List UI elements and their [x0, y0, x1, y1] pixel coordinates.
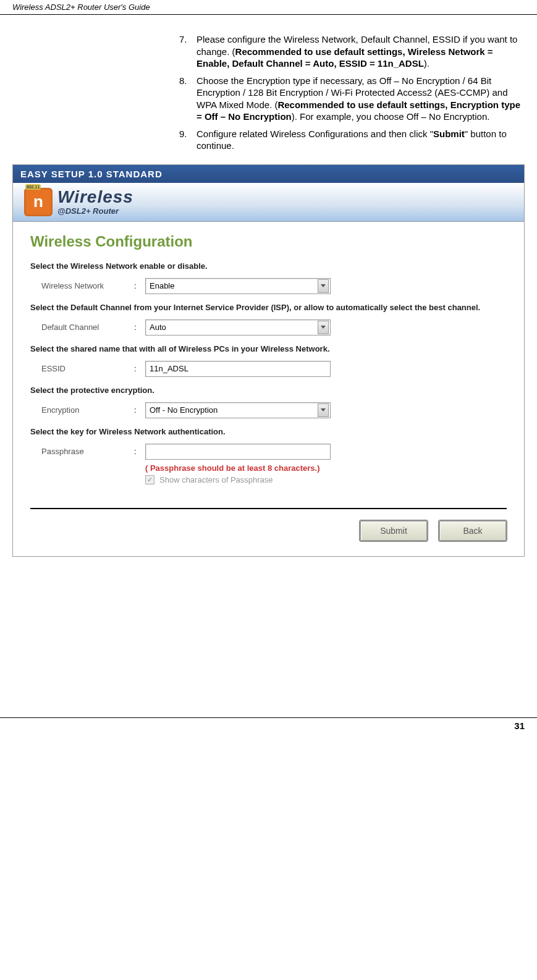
colon: :	[134, 281, 145, 290]
checkbox-show-chars[interactable]: ✓	[145, 475, 154, 484]
colon: :	[134, 364, 145, 373]
item-text: Configure related Wireless Configuration…	[197, 128, 525, 152]
input-essid[interactable]: 11n_ADSL	[145, 361, 331, 377]
prompt-encryption: Select the protective encryption.	[30, 386, 507, 395]
row-show-chars: ✓ Show characters of Passphrase	[145, 475, 507, 484]
guide-title: Wireless ADSL2+ Router User's Guide	[12, 2, 150, 12]
instruction-item: 7. Please configure the Wireless Network…	[179, 33, 525, 70]
row-default-channel: Default Channel : Auto	[41, 319, 507, 336]
logo-wireless: Wireless	[57, 188, 133, 206]
select-encryption[interactable]: Off - No Encryption	[145, 402, 331, 418]
colon: :	[134, 323, 145, 332]
section-title: Wireless Configuration	[30, 233, 507, 250]
warn-passphrase: ( Passphrase should be at least 8 charac…	[145, 463, 507, 473]
label-wireless-network: Wireless Network	[41, 281, 134, 290]
chevron-down-icon[interactable]	[318, 403, 329, 417]
window-title-bar: EASY SETUP 1.0 STANDARD	[13, 165, 524, 183]
label-passphrase: Passphrase	[41, 447, 134, 456]
row-encryption: Encryption : Off - No Encryption	[41, 402, 507, 418]
app-body: 802.11 n Wireless @DSL2+ Router Wireless…	[13, 183, 524, 556]
input-value: 11n_ADSL	[150, 364, 188, 373]
back-button[interactable]: Back	[439, 520, 507, 541]
input-passphrase[interactable]	[145, 444, 331, 460]
chevron-down-icon[interactable]	[318, 321, 329, 334]
content-area: 7. Please configure the Wireless Network…	[0, 15, 537, 557]
select-value: Enable	[150, 281, 174, 290]
instructions-list: 7. Please configure the Wireless Network…	[179, 33, 525, 152]
label-encryption: Encryption	[41, 405, 134, 415]
row-wireless-network: Wireless Network : Enable	[41, 278, 507, 294]
submit-button[interactable]: Submit	[360, 520, 428, 541]
label-essid: ESSID	[41, 364, 134, 373]
config-section: Wireless Configuration Select the Wirele…	[13, 222, 524, 489]
item-text: Please configure the Wireless Network, D…	[197, 33, 525, 70]
prompt-essid: Select the shared name that with all of …	[30, 344, 507, 353]
logo-badge: 802.11	[25, 184, 41, 190]
row-passphrase: Passphrase :	[41, 444, 507, 460]
label-default-channel: Default Channel	[41, 323, 134, 332]
select-wireless-network[interactable]: Enable	[145, 278, 331, 294]
app-screenshot: EASY SETUP 1.0 STANDARD 802.11 n Wireles…	[12, 164, 525, 557]
window-title: EASY SETUP 1.0 STANDARD	[20, 169, 163, 179]
colon: :	[134, 405, 145, 415]
page-header: Wireless ADSL2+ Router User's Guide	[0, 0, 537, 15]
logo-text: Wireless @DSL2+ Router	[57, 188, 133, 215]
select-value: Auto	[150, 323, 166, 332]
instruction-item: 9. Configure related Wireless Configurat…	[179, 128, 525, 152]
colon: :	[134, 447, 145, 456]
logo-band: 802.11 n Wireless @DSL2+ Router	[13, 183, 524, 222]
label-show-chars: Show characters of Passphrase	[159, 475, 273, 484]
select-default-channel[interactable]: Auto	[145, 319, 331, 336]
prompt-channel: Select the Default Channel from your Int…	[30, 303, 507, 312]
logo-sub: @DSL2+ Router	[57, 207, 133, 215]
chevron-down-icon[interactable]	[318, 279, 329, 293]
button-bar: Submit Back	[30, 508, 507, 556]
select-value: Off - No Encryption	[150, 405, 218, 415]
instruction-item: 8. Choose the Encryption type if necessa…	[179, 75, 525, 123]
logo: 802.11 n Wireless @DSL2+ Router	[24, 188, 513, 216]
item-number: 7.	[179, 33, 197, 70]
logo-n-icon: 802.11 n	[24, 188, 53, 216]
prompt-key: Select the key for Wireless Network auth…	[30, 427, 507, 436]
row-essid: ESSID : 11n_ADSL	[41, 361, 507, 377]
item-text: Choose the Encryption type if necessary,…	[197, 75, 525, 123]
item-number: 9.	[179, 128, 197, 152]
item-number: 8.	[179, 75, 197, 123]
page-number: 31	[0, 717, 537, 738]
prompt-network: Select the Wireless Network enable or di…	[30, 261, 507, 271]
